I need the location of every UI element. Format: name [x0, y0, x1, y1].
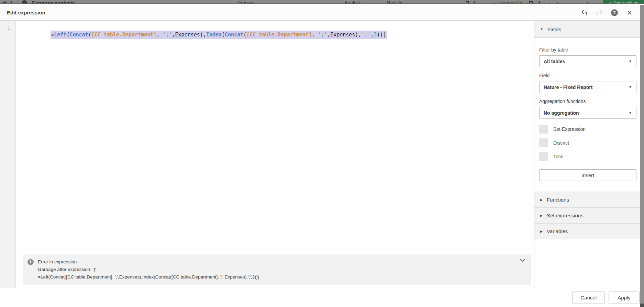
- divider: [17, 0, 18, 4]
- aggregation-value: No aggregation: [544, 110, 579, 116]
- section-functions[interactable]: ▶ Functions: [534, 192, 644, 208]
- aggregation-label: Aggregation functions: [539, 99, 636, 104]
- distinct-checkbox[interactable]: [539, 138, 548, 147]
- sheet-icon[interactable]: [529, 0, 533, 4]
- menu-hamburger-icon[interactable]: ☰: [3, 0, 7, 4]
- divider: [549, 0, 550, 4]
- set-expression-checkbox[interactable]: [539, 125, 548, 134]
- section-set-expressions-label: Set expressions: [547, 213, 584, 218]
- redo-icon: [595, 9, 603, 17]
- tab-analyze[interactable]: Analyze: [344, 0, 362, 4]
- sheet-title[interactable]: expense for: [498, 0, 523, 4]
- field-value: Nature - Fixed Report: [544, 84, 592, 90]
- fields-section-content: Filter by table All tables ▼ Field Natur…: [534, 47, 644, 181]
- section-variables[interactable]: ▶ Variables: [534, 224, 644, 239]
- line-number: 1: [8, 25, 10, 31]
- divider: [483, 0, 483, 4]
- error-expression: =Left(Concat([CC table.Department], ';',…: [38, 273, 514, 281]
- field-select[interactable]: Nature - Fixed Report ▼: [539, 81, 636, 93]
- cancel-button[interactable]: Cancel: [573, 292, 604, 304]
- chevron-down-icon[interactable]: [520, 259, 525, 262]
- filter-by-table-value: All tables: [544, 59, 565, 64]
- sheet-caret-icon[interactable]: ▾: [538, 0, 541, 4]
- info-icon: i: [27, 259, 34, 265]
- side-panel: ▼ Fields Filter by table All tables ▼ Fi…: [534, 21, 644, 288]
- section-fields-label: Fields: [547, 26, 561, 32]
- dialog-body: 1 =Left(Concat([CC table.Department], ';…: [0, 21, 644, 288]
- distinct-label: Distinct: [553, 140, 569, 146]
- insert-button[interactable]: Insert: [539, 169, 636, 181]
- app-title[interactable]: Expense analysis: [32, 0, 75, 4]
- scrollbar-thumb[interactable]: [640, 304, 644, 307]
- set-expression-label: Set Expression: [553, 126, 586, 132]
- chevron-down-icon: ▼: [629, 85, 632, 89]
- menu-caret-icon[interactable]: ▾: [10, 0, 12, 4]
- section-fields[interactable]: ▼ Fields: [534, 21, 644, 38]
- error-panel: i Error in expression Garbage after expr…: [23, 254, 531, 285]
- screen: ☰ ▾ Expense analysis Prepare Analyze Nar…: [0, 0, 644, 307]
- error-title: Error in expression: [38, 258, 514, 266]
- check-icon: ✓: [608, 0, 612, 4]
- editor-gutter: 1: [0, 21, 16, 288]
- total-label: Total: [553, 154, 564, 159]
- set-expression-row: Set Expression: [539, 125, 636, 134]
- undo-icon[interactable]: [580, 9, 588, 17]
- app-logo-icon: [22, 0, 27, 4]
- tab-narrate[interactable]: Narrate: [387, 0, 403, 4]
- field-label: Field: [539, 73, 636, 78]
- section-functions-label: Functions: [547, 197, 569, 203]
- page-scrollbar[interactable]: [640, 5, 644, 307]
- caret-right-icon: ▶: [540, 198, 543, 202]
- code-line[interactable]: =Left(Concat([CC table.Department], ';',…: [20, 24, 387, 45]
- apply-button[interactable]: Apply: [609, 292, 640, 304]
- total-row: Total: [539, 152, 636, 161]
- distinct-row: Distinct: [539, 138, 636, 147]
- caret-right-icon: ▶: [540, 230, 543, 233]
- sheet-dot-icon: [493, 0, 495, 4]
- section-set-expressions[interactable]: ▶ Set expressions: [534, 208, 644, 224]
- expression-editor[interactable]: 1 =Left(Concat([CC table.Department], ';…: [0, 21, 534, 288]
- dialog-header: Edit expression ? ✕: [0, 5, 644, 21]
- bookmark-icon[interactable]: [466, 0, 469, 4]
- filter-by-table-select[interactable]: All tables ▼: [539, 55, 636, 67]
- dialog-title: Edit expression: [7, 10, 45, 15]
- done-editing-button[interactable]: ✓ Done editing: [603, 0, 644, 4]
- app-toolbar-dimmed: ☰ ▾ Expense analysis Prepare Analyze Nar…: [0, 0, 644, 4]
- dialog-footer: Cancel Apply: [0, 288, 644, 307]
- prev-sheet-icon[interactable]: ‹: [557, 0, 558, 4]
- code-line-content[interactable]: =Left(Concat([CC table.Department], ';',…: [51, 31, 387, 39]
- error-detail: Garbage after expression: ')': [38, 266, 514, 273]
- help-icon[interactable]: ?: [610, 9, 619, 17]
- caret-down-icon: ▼: [540, 27, 543, 31]
- tab-prepare[interactable]: Prepare: [237, 0, 255, 4]
- edit-expression-dialog: Edit expression ? ✕: [0, 5, 644, 307]
- next-sheet-icon[interactable]: ›: [587, 0, 588, 4]
- total-checkbox[interactable]: [539, 152, 548, 161]
- chevron-down-icon: ▼: [629, 111, 632, 115]
- bookmark-caret-icon[interactable]: ▾: [474, 0, 476, 4]
- filter-by-table-label: Filter by table: [539, 47, 636, 53]
- section-variables-label: Variables: [547, 228, 568, 234]
- close-icon[interactable]: ✕: [625, 9, 634, 17]
- chevron-down-icon: ▼: [629, 59, 632, 63]
- aggregation-select[interactable]: No aggregation ▼: [539, 107, 636, 119]
- caret-right-icon: ▶: [540, 214, 543, 217]
- collapsed-sections: ▶ Functions ▶ Set expressions ▶ Variable…: [534, 192, 644, 239]
